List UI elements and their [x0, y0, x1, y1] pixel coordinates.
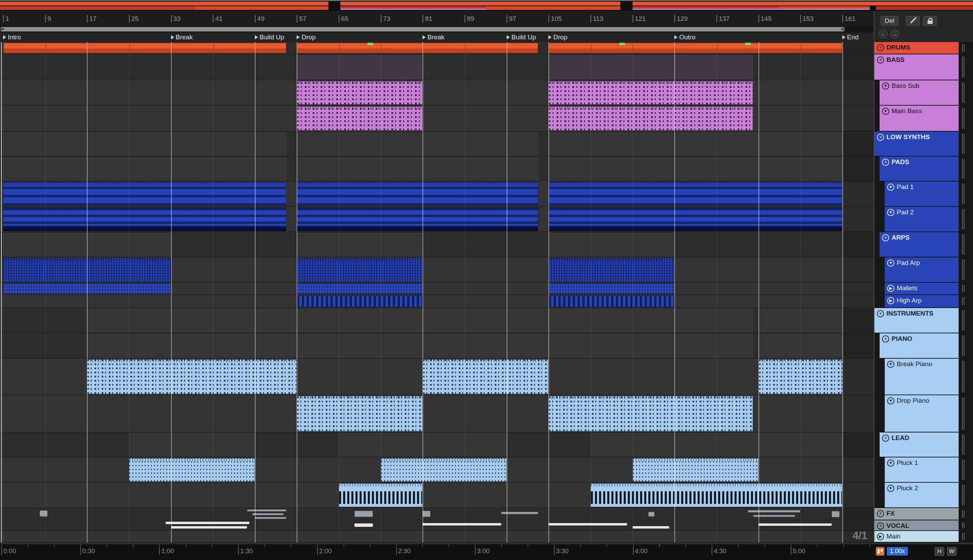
track-header-arps[interactable]: ≡ARPS [879, 232, 959, 257]
track-header-instruments[interactable]: ≡INSTRUMENTS [874, 308, 959, 333]
play-track-icon[interactable]: ▶ [887, 285, 894, 292]
clip-pluck-1[interactable] [129, 458, 255, 482]
fold-track-icon[interactable]: ▼ [882, 108, 889, 115]
locator-end[interactable]: End [842, 33, 859, 41]
panel-divider[interactable] [874, 11, 874, 543]
fold-track-icon[interactable]: ▼ [887, 460, 894, 467]
track-header-drums[interactable]: ≡DRUMS [874, 42, 959, 54]
clip-bass[interactable] [548, 55, 753, 79]
clip-pluck-2[interactable] [339, 483, 423, 507]
clip-drums[interactable] [368, 43, 373, 45]
track-header-break-piano[interactable]: ▼Break Piano [885, 358, 959, 395]
locator-row[interactable]: IntroBreakBuild UpDropBreakBuild UpDropO… [0, 32, 874, 42]
time-ruler[interactable]: 0:000:301:001:302:002:303:003:304:004:30… [0, 544, 973, 560]
fold-track-icon[interactable]: ▼ [887, 260, 894, 267]
group-track-icon[interactable]: ≡ [877, 57, 884, 63]
clip-fx[interactable] [255, 517, 286, 519]
track-header-lead[interactable]: ≡LEAD [879, 432, 959, 457]
locator-build-up[interactable]: Build Up [507, 33, 536, 41]
clip-pad-arp[interactable] [297, 258, 423, 282]
clip-mallets[interactable] [3, 283, 171, 294]
clip-bass-sub[interactable] [548, 81, 753, 105]
locator-break[interactable]: Break [423, 33, 445, 41]
clip-fx[interactable] [252, 513, 284, 515]
group-track-icon[interactable]: ≡ [877, 510, 884, 517]
clip-drums[interactable] [3, 43, 286, 53]
track-header-piano[interactable]: ≡PIANO [879, 333, 959, 358]
track-header-low-synths[interactable]: ≡LOW SYNTHS [874, 132, 959, 157]
track-header-bass-sub[interactable]: ▼Bass Sub [879, 80, 959, 106]
clip-fx[interactable] [753, 515, 795, 517]
track-header-main-bass[interactable]: ▼Main Bass [879, 106, 959, 132]
clip-drop-piano[interactable] [297, 396, 423, 432]
group-track-icon[interactable]: ≡ [877, 44, 884, 51]
track-header-mallets[interactable]: ▶Mallets [885, 283, 959, 295]
arrangement-overview-minimap[interactable] [0, 0, 973, 11]
track-header-pads[interactable]: ≡PADS [879, 157, 959, 182]
track-header-drop-piano[interactable]: ▼Drop Piano [885, 395, 959, 432]
group-track-icon[interactable]: ≡ [882, 435, 889, 442]
clip-piano[interactable] [87, 334, 753, 358]
clip-instruments[interactable] [87, 309, 753, 332]
group-track-icon[interactable]: ≡ [882, 234, 889, 242]
fold-track-icon[interactable]: ▼ [887, 183, 894, 191]
fold-track-icon[interactable]: ▼ [887, 361, 894, 368]
locator-drop[interactable]: Drop [297, 33, 316, 41]
clip-fx[interactable] [40, 510, 48, 517]
lane-vocal[interactable] [0, 520, 874, 531]
group-track-icon[interactable]: ≡ [877, 134, 884, 141]
track-header-main[interactable]: ▶Main [874, 531, 959, 543]
lane-fx[interactable] [0, 508, 874, 520]
clip-arps[interactable] [548, 233, 674, 257]
clip-vocal[interactable] [633, 526, 669, 528]
track-header-pad-2[interactable]: ▼Pad 2 [885, 207, 959, 232]
clip-drums[interactable] [548, 43, 842, 53]
bar-ruler[interactable]: 1917253341495765738189971051131211291371… [0, 11, 874, 26]
track-header-pad-1[interactable]: ▼Pad 1 [885, 182, 959, 207]
clip-vocal[interactable] [759, 523, 832, 526]
clip-pad-2[interactable] [297, 208, 538, 231]
clip-high-arp[interactable] [297, 296, 423, 307]
clip-bass-sub[interactable] [297, 81, 423, 105]
track-header-vocal[interactable]: ≡VOCAL [874, 520, 959, 531]
clip-bass[interactable] [297, 55, 423, 79]
clip-vocal[interactable] [171, 526, 247, 528]
track-header-fx[interactable]: ≡FX [874, 508, 959, 520]
lane-main[interactable] [0, 531, 874, 543]
clip-mallets[interactable] [297, 283, 423, 294]
fold-track-icon[interactable]: ▼ [887, 209, 894, 216]
clip-low-synths[interactable] [297, 132, 538, 155]
clip-vocal[interactable] [548, 523, 627, 525]
forward-arrow-button[interactable]: → [890, 29, 899, 38]
clip-fx[interactable] [501, 512, 538, 514]
play-track-icon[interactable]: ▶ [887, 297, 894, 304]
clip-piano[interactable] [759, 334, 842, 358]
clip-break-piano[interactable] [87, 359, 297, 394]
scrub-area[interactable] [0, 26, 874, 32]
clip-drums[interactable] [619, 43, 625, 45]
lane-high-arp[interactable] [0, 295, 874, 308]
clip-fx[interactable] [648, 512, 654, 517]
group-track-icon[interactable]: ≡ [882, 158, 889, 166]
clip-arps[interactable] [297, 233, 423, 257]
clip-high-arp[interactable] [548, 296, 674, 307]
clip-fx[interactable] [748, 510, 800, 512]
track-header-pluck-1[interactable]: ▼Pluck 1 [885, 457, 959, 483]
clip-pad-1[interactable] [297, 182, 538, 206]
clip-pads[interactable] [548, 157, 842, 180]
clip-fx[interactable] [423, 511, 430, 517]
locator-outro[interactable]: Outro [674, 33, 695, 41]
fold-track-icon[interactable]: ▼ [887, 485, 894, 492]
fit-width-button[interactable]: W [947, 547, 956, 556]
locator-intro[interactable]: Intro [3, 33, 21, 41]
clip-pad-1[interactable] [3, 182, 286, 206]
clip-fx[interactable] [354, 511, 373, 517]
clip-lead[interactable] [590, 433, 842, 457]
track-header-high-arp[interactable]: ▶High Arp [885, 295, 959, 308]
clip-mallets[interactable] [548, 283, 674, 294]
locator-build-up[interactable]: Build Up [255, 33, 284, 41]
group-track-icon[interactable]: ≡ [877, 310, 884, 317]
delete-button[interactable]: Del [881, 16, 898, 26]
clip-low-synths[interactable] [3, 132, 286, 155]
play-track-icon[interactable]: ▶ [877, 533, 884, 540]
